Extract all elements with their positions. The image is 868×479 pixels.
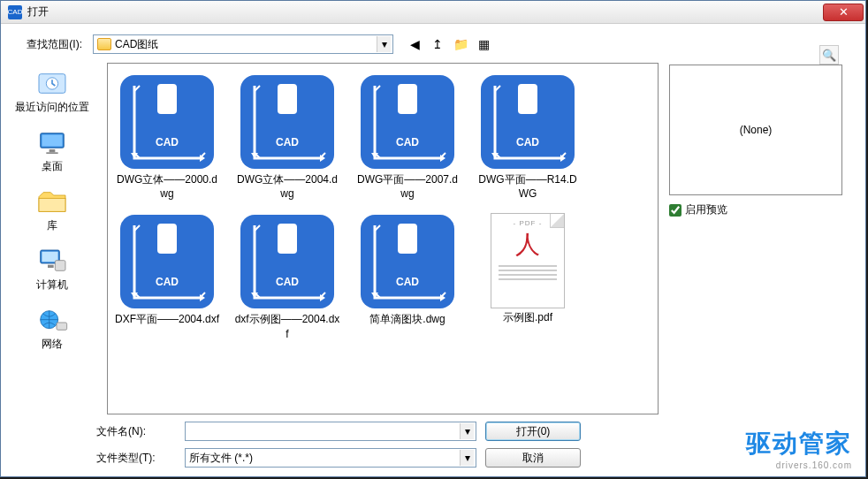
enable-preview-checkbox[interactable] [669,204,681,217]
file-name: DXF平面——2004.dxf [114,312,220,326]
place-libraries[interactable]: 库 [31,183,73,237]
svg-rect-29 [278,224,297,254]
cad-file-icon: CAD [359,213,456,310]
place-label: 最近访问的位置 [15,100,89,115]
svg-rect-9 [55,261,65,271]
file-item[interactable]: CADDWG平面——R14.DWG [470,69,585,205]
svg-text:CAD: CAD [276,136,299,148]
network-icon [34,305,70,335]
preview-none-text: (None) [740,124,773,136]
file-name: DWG平面——2007.dwg [354,172,461,201]
back-icon[interactable]: ◀ [406,35,423,53]
place-label: 网络 [42,337,63,352]
place-computer[interactable]: 计算机 [31,242,73,296]
enable-preview-row[interactable]: 启用预览 [669,202,855,217]
app-icon: CAD [8,5,22,19]
search-icon[interactable]: 🔍 [819,45,839,65]
close-button[interactable]: ✕ [823,4,864,21]
filetype-label: 文件类型(T): [96,451,176,466]
svg-rect-3 [42,134,62,146]
lookin-value: CAD图纸 [115,37,158,52]
svg-rect-14 [157,84,177,114]
window-title: 打开 [27,4,823,19]
filename-combo[interactable]: ▾ [185,422,476,441]
lookin-toolbar: 查找范围(I): CAD图纸 ▾ ◀ ↥ 📁 ▦ [8,31,855,63]
svg-rect-5 [46,152,57,154]
watermark-cn: 驱动管家 [746,427,852,460]
lookin-label: 查找范围(I): [8,37,88,52]
preview-panel: (None) 启用预览 [669,63,855,414]
svg-rect-17 [278,84,297,114]
place-desktop[interactable]: 桌面 [31,124,73,178]
svg-text:CAD: CAD [396,276,419,288]
svg-rect-20 [398,84,417,114]
place-recent[interactable]: 最近访问的位置 [11,65,93,118]
file-name: dxf示例图——2004.dxf [234,312,340,340]
pdf-file-icon: - PDF -人 [491,213,565,308]
svg-text:CAD: CAD [396,136,419,148]
svg-text:CAD: CAD [156,136,179,148]
watermark: 驱动管家 drivers.160.com [746,427,852,470]
watermark-en: drivers.160.com [746,460,852,470]
view-menu-icon[interactable]: ▦ [475,35,492,53]
chevron-down-icon[interactable]: ▾ [377,36,391,52]
file-item[interactable]: CADdxf示例图——2004.dxf [230,209,345,345]
place-label: 计算机 [36,278,68,293]
svg-rect-32 [398,224,417,254]
place-label: 桌面 [42,159,63,174]
place-network[interactable]: 网络 [31,301,73,355]
folder-icon [97,38,111,50]
file-name: 简单滴图块.dwg [354,312,461,326]
computer-icon [34,246,70,276]
places-bar: 最近访问的位置桌面库计算机网络 [8,63,96,414]
file-name: DWG立体——2004.dwg [234,172,340,201]
cad-file-icon: CAD [479,73,576,171]
open-dialog: CAD 打开 ✕ 查找范围(I): CAD图纸 ▾ ◀ ↥ 📁 ▦ [0,0,866,477]
cad-file-icon: CAD [239,73,336,171]
svg-text:CAD: CAD [516,136,539,148]
cancel-button[interactable]: 取消 [485,448,581,468]
svg-text:CAD: CAD [156,276,179,288]
enable-preview-label: 启用预览 [685,202,727,217]
svg-text:CAD: CAD [276,276,299,288]
filename-label: 文件名(N): [96,424,176,439]
recent-icon [34,68,70,98]
file-item[interactable]: CADDXF平面——2004.dxf [110,209,225,345]
cad-file-icon: CAD [359,73,456,171]
file-list-pane[interactable]: CADDWG立体——2000.dwgCADDWG立体——2004.dwgCADD… [107,63,659,414]
up-one-level-icon[interactable]: ↥ [429,35,446,53]
svg-rect-10 [48,265,54,268]
svg-rect-23 [518,84,537,114]
svg-rect-4 [49,149,56,152]
file-item[interactable]: CADDWG平面——2007.dwg [350,69,465,205]
filetype-value: 所有文件 (*.*) [189,451,253,466]
desktop-icon [34,127,70,157]
open-button[interactable]: 打开(0) [485,422,581,441]
svg-rect-26 [157,224,177,254]
lookin-combo[interactable]: CAD图纸 ▾ [93,34,393,54]
chevron-down-icon[interactable]: ▾ [460,450,474,466]
place-label: 库 [47,218,57,233]
filetype-combo[interactable]: 所有文件 (*.*) ▾ [185,448,476,468]
file-name: 示例图.pdf [475,310,581,324]
cad-file-icon: CAD [239,213,336,310]
file-item[interactable]: CAD简单滴图块.dwg [350,209,465,345]
file-name: DWG立体——2000.dwg [114,172,220,201]
chevron-down-icon[interactable]: ▾ [460,423,474,439]
libraries-icon [34,186,70,217]
titlebar: CAD 打开 ✕ [1,1,865,24]
svg-rect-12 [57,323,67,330]
cad-file-icon: CAD [118,73,216,171]
cad-file-icon: CAD [118,213,216,310]
file-item[interactable]: CADDWG立体——2004.dwg [230,69,345,205]
svg-rect-6 [39,198,65,211]
new-folder-icon[interactable]: 📁 [452,35,469,53]
preview-box: (None) [669,65,842,195]
file-item[interactable]: - PDF -人示例图.pdf [470,209,585,345]
file-name: DWG平面——R14.DWG [475,172,581,201]
file-item[interactable]: CADDWG立体——2000.dwg [110,69,225,205]
